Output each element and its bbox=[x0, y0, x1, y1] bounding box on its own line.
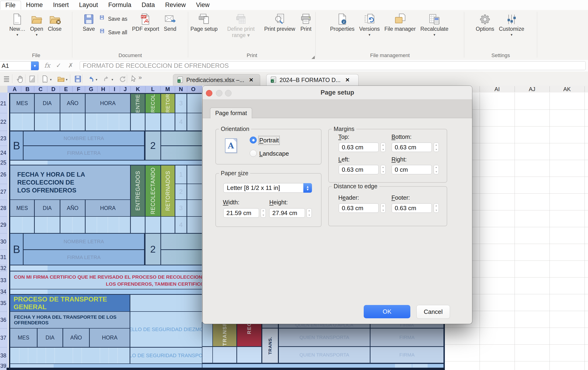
menu-item-formula[interactable]: Formula bbox=[103, 1, 136, 10]
spacer-row[interactable] bbox=[412, 364, 428, 368]
header-cell-AÑO[interactable]: AÑO bbox=[63, 329, 89, 347]
header-cell-HORA[interactable]: HORA bbox=[85, 200, 130, 216]
rotated-header-retornados[interactable]: RETORNADOS bbox=[161, 94, 175, 113]
empty-cell[interactable] bbox=[161, 217, 175, 233]
cell-reference-box[interactable]: A1 ▼ bbox=[0, 61, 39, 70]
header-cell-DIA[interactable]: DIA bbox=[38, 329, 63, 347]
dropdown-arrow-icon[interactable]: ▼ bbox=[111, 78, 114, 81]
sello-diezmos-cell[interactable]: SELLO DE SEGURIDAD DIEZMOS bbox=[130, 312, 202, 347]
header-cell-DIA[interactable]: DIA bbox=[35, 200, 60, 216]
proceso-transporte-cell[interactable]: PROCESO DE TRANSPORTE GENERAL bbox=[10, 295, 130, 311]
height-input[interactable]: 27.94 cm bbox=[269, 208, 305, 218]
empty-cell[interactable] bbox=[187, 184, 202, 199]
header-cell-MES[interactable]: MES bbox=[10, 200, 34, 216]
list-menu-icon[interactable] bbox=[3, 75, 11, 83]
quien-transporta-cell[interactable]: QUIEN TRANSPORTA bbox=[279, 329, 370, 346]
header-cell-MES[interactable]: MES bbox=[10, 329, 37, 347]
height-stepper[interactable]: ⌃⌃ bbox=[307, 208, 312, 218]
ribbon-button-save[interactable]: Save bbox=[81, 11, 97, 33]
ribbon-button-save-as[interactable]: Save as bbox=[100, 15, 127, 23]
empty-cell[interactable] bbox=[146, 113, 160, 131]
print-dialog-launcher-icon[interactable] bbox=[312, 56, 315, 59]
firma-cell[interactable]: FIRMA bbox=[370, 347, 443, 363]
width-stepper[interactable]: ⌃⌃ bbox=[261, 208, 266, 218]
empty-cell[interactable] bbox=[187, 113, 202, 131]
rotated-header-recolectando[interactable]: RECOLECTANDO bbox=[146, 165, 160, 216]
rotated-header-entregados[interactable]: ENTREGADOS bbox=[131, 165, 145, 216]
menu-item-file[interactable]: File bbox=[0, 1, 21, 10]
empty-cell[interactable] bbox=[213, 347, 236, 363]
fill-contrast-icon[interactable] bbox=[28, 75, 37, 83]
margin-right-stepper[interactable]: ⌃⌃ bbox=[434, 165, 439, 174]
empty-cell[interactable] bbox=[161, 113, 175, 131]
pan-hand-icon[interactable] bbox=[15, 75, 24, 83]
margin-right-input[interactable]: 0 cm bbox=[392, 165, 432, 174]
empty-cell[interactable] bbox=[187, 94, 202, 113]
ribbon-button-send[interactable]: Send bbox=[162, 11, 178, 33]
ribbon-button-close[interactable]: Close bbox=[46, 11, 63, 33]
spacer-row[interactable] bbox=[395, 364, 412, 368]
rotated-header-retornados[interactable]: RETORNADOS bbox=[161, 165, 175, 216]
rotated-rec-cell[interactable]: REC bbox=[237, 322, 261, 346]
empty-cell[interactable] bbox=[130, 295, 202, 311]
ribbon-button-options[interactable]: Options bbox=[474, 11, 496, 33]
header-distance-stepper[interactable]: ⌃⌃ bbox=[380, 203, 386, 213]
sello-transporte-cell[interactable]: SELLO DE SEGURIDAD TRANSPORTE bbox=[130, 348, 202, 363]
menu-item-insert[interactable]: Insert bbox=[48, 1, 74, 10]
label-b-cell[interactable]: B bbox=[10, 131, 23, 160]
ribbon-button-file-manager[interactable]: File manager bbox=[383, 11, 418, 33]
ribbon-button-page-setup[interactable]: Page setup bbox=[189, 11, 219, 33]
menu-item-view[interactable]: View bbox=[191, 1, 215, 10]
header-cell-DIA[interactable]: DIA bbox=[35, 94, 60, 113]
header-cell-HORA[interactable]: HORA bbox=[85, 94, 130, 113]
open-folder-icon[interactable] bbox=[57, 75, 65, 83]
ribbon-button-print-preview[interactable]: Print preview bbox=[262, 11, 297, 33]
menu-item-data[interactable]: Data bbox=[136, 1, 160, 10]
overflow-chevrons-icon[interactable]: » bbox=[138, 74, 142, 81]
number-cell[interactable]: 2 bbox=[175, 184, 187, 199]
empty-cell[interactable] bbox=[187, 200, 202, 216]
new-document-icon[interactable] bbox=[41, 75, 49, 83]
signature-right-cell[interactable] bbox=[161, 234, 202, 265]
quien-transporta-cell[interactable]: QUIEN TRANSPORTA bbox=[279, 347, 370, 363]
margin-left-stepper[interactable]: ⌃⌃ bbox=[380, 165, 386, 174]
menu-item-home[interactable]: Home bbox=[21, 1, 48, 10]
signature-right-cell[interactable] bbox=[161, 131, 202, 160]
empty-cell[interactable] bbox=[187, 165, 202, 184]
ribbon-button-recalculate[interactable]: Recalculate▼ bbox=[419, 11, 450, 38]
landscape-radio[interactable] bbox=[250, 150, 257, 157]
label-b-cell[interactable]: B bbox=[10, 234, 23, 265]
header-cell-HORA[interactable]: HORA bbox=[90, 329, 130, 347]
number-cell[interactable]: 1 bbox=[175, 165, 187, 184]
ribbon-button-versions[interactable]: Versions▼ bbox=[357, 11, 382, 38]
rotated-header-recolectando[interactable]: RECOLECTANDO bbox=[146, 94, 160, 113]
nombre-firma-cell[interactable]: NOMBRE LETRAFIRMA LETRA bbox=[23, 234, 144, 265]
number-2-cell[interactable]: 2 bbox=[146, 234, 160, 265]
spacer-row[interactable] bbox=[10, 364, 54, 368]
spacer-row[interactable] bbox=[10, 289, 48, 294]
ribbon-button-new-[interactable]: New…▼ bbox=[8, 11, 27, 38]
cancel-entry-icon[interactable]: ✗ bbox=[68, 62, 74, 69]
fx-icon[interactable]: fx bbox=[44, 62, 50, 69]
number-cell[interactable]: 4 bbox=[175, 217, 187, 233]
ribbon-button-pdf-export[interactable]: PDFPDF export bbox=[130, 11, 161, 33]
empty-cell[interactable] bbox=[202, 322, 212, 346]
landscape-radio-label[interactable]: Landscape bbox=[259, 150, 289, 157]
close-tab-icon[interactable]: ✕ bbox=[345, 77, 350, 83]
cancel-button[interactable]: Cancel bbox=[416, 305, 450, 319]
width-input[interactable]: 21.59 cm bbox=[223, 208, 259, 218]
header-cell-AÑO[interactable]: AÑO bbox=[60, 200, 85, 216]
dropdown-arrow-icon[interactable]: ▼ bbox=[95, 78, 98, 81]
empty-cell[interactable] bbox=[131, 113, 145, 131]
empty-cell[interactable] bbox=[131, 217, 145, 233]
margin-top-stepper[interactable]: ⌃⌃ bbox=[380, 143, 386, 152]
empty-cell[interactable] bbox=[187, 217, 202, 233]
cursor-arrow-icon[interactable] bbox=[130, 75, 138, 83]
empty-cell[interactable] bbox=[237, 347, 261, 363]
trans-label-cell[interactable]: TRANS. bbox=[262, 329, 278, 363]
header-distance-input[interactable]: 0.63 cm bbox=[339, 203, 379, 213]
portrait-radio[interactable] bbox=[250, 136, 257, 144]
empty-cell[interactable] bbox=[202, 347, 212, 363]
portrait-radio-label[interactable]: Portrait bbox=[259, 137, 279, 144]
certification-text-cell[interactable]: CON MI FIRMA CERTIFICO QUE HE REVISADO E… bbox=[10, 271, 202, 289]
